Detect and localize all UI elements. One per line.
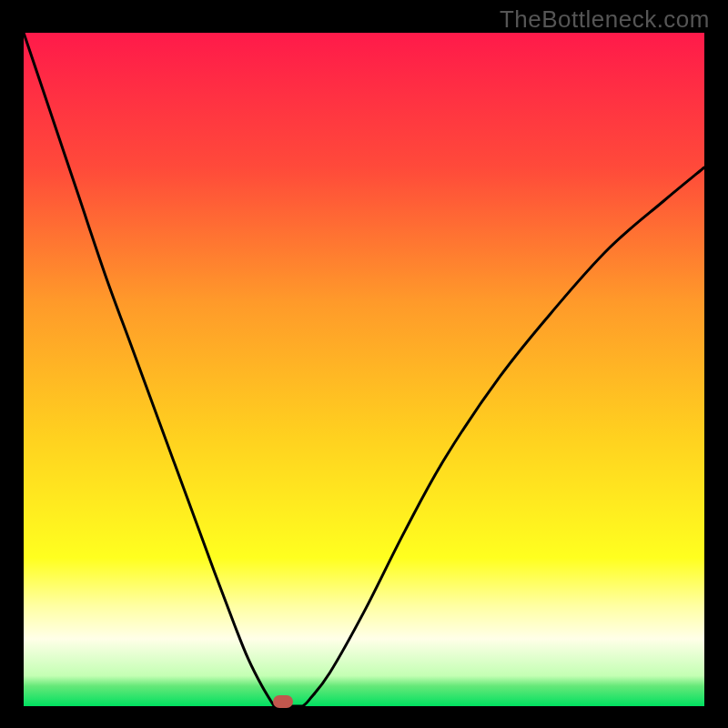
optimal-marker xyxy=(273,695,293,708)
gradient-rect xyxy=(24,33,704,706)
chart-frame: TheBottleneck.com xyxy=(0,0,728,728)
chart-svg xyxy=(24,33,704,706)
plot-area xyxy=(24,33,704,706)
watermark-text: TheBottleneck.com xyxy=(500,5,710,34)
